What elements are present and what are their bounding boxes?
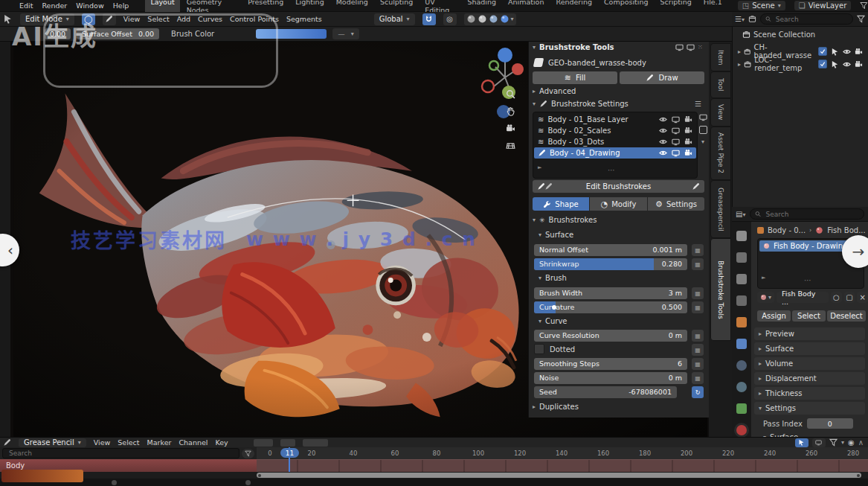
noise-slider[interactable]: Noise 0 m <box>534 372 687 384</box>
menu-edit[interactable]: Edit <box>19 1 33 10</box>
screen-icon[interactable] <box>672 115 680 124</box>
new-material-icon[interactable]: ▢ <box>844 292 855 303</box>
list-grip-icon[interactable]: ⋯ <box>804 276 811 284</box>
breadcrumb-object[interactable]: Body - 0... <box>768 226 806 234</box>
duplicates-panel-header[interactable]: ▸Duplicates <box>533 403 579 411</box>
constraints-tab-icon[interactable] <box>736 382 747 392</box>
funnel-icon[interactable] <box>857 15 865 23</box>
unlink-material-icon[interactable]: × <box>857 292 868 303</box>
tool-tab-icon[interactable] <box>736 231 747 241</box>
object-tab-icon[interactable] <box>736 317 747 327</box>
snap-keys-icon[interactable] <box>812 438 826 447</box>
display-mode-icon[interactable]: ☰▾ <box>735 15 745 23</box>
expand-icon[interactable]: ▸ <box>738 61 741 68</box>
brushstroke-settings-header[interactable]: ▾ Brushstroke Settings <box>533 100 629 108</box>
surface-subpanel-header[interactable]: ▾Surface <box>539 231 573 239</box>
render-visibility-icon[interactable] <box>855 60 863 68</box>
checkbox-icon[interactable] <box>820 48 826 54</box>
preview-panel-header[interactable]: ▸Preview <box>754 327 865 340</box>
eye-icon[interactable] <box>843 60 851 68</box>
decorator-icon[interactable]: ▦ <box>692 372 704 384</box>
camera-view-icon[interactable] <box>506 124 515 133</box>
layer-menu-chevron-icon[interactable]: ▾ <box>701 138 704 145</box>
randomize-seed-icon[interactable]: ↻ <box>692 386 704 398</box>
fake-user-icon[interactable]: ○ <box>831 292 842 303</box>
rendered-shading-icon[interactable] <box>500 14 509 24</box>
screen-icon[interactable] <box>672 138 680 146</box>
displacement-panel-header[interactable]: ▸Displacement <box>754 372 865 385</box>
screen-icon[interactable] <box>675 43 684 51</box>
channel-search-input[interactable] <box>7 449 234 458</box>
decorator-icon[interactable]: ▦ <box>692 358 704 370</box>
shrinkwrap-slider[interactable]: Shrinkwrap 0.280 <box>534 258 687 270</box>
falloff-icon[interactable]: ∧ <box>858 438 864 447</box>
disabled-button[interactable] <box>280 439 295 447</box>
brush-subpanel-header[interactable]: ▾Brush <box>539 274 567 282</box>
outliner-root-row[interactable]: Scene Collection <box>742 31 815 39</box>
menu-help[interactable]: Help <box>113 1 129 10</box>
camera-icon[interactable] <box>684 138 692 146</box>
expand-icon[interactable]: ▸ <box>738 48 741 55</box>
smoothing-steps-slider[interactable]: Smoothing Steps 6 <box>534 358 687 370</box>
timeline-ruler[interactable]: 0 20 40 60 80 100 120 140 160 180 200 22… <box>257 447 868 459</box>
current-frame-badge[interactable]: 11 <box>280 448 299 458</box>
timeline-mode-dropdown[interactable]: Grease Pencil▾ <box>19 438 86 447</box>
npanel-tab-asset-pipe[interactable]: Asset Pipe 2 <box>710 127 731 180</box>
material-shading-icon[interactable] <box>489 14 498 24</box>
selectable-icon[interactable] <box>831 60 839 68</box>
fill-button[interactable]: ≋Fill <box>533 71 617 84</box>
channel-filter-funnel-icon[interactable] <box>242 449 254 458</box>
material-name-field[interactable]: Fish Body ... <box>777 292 829 303</box>
filter-icon[interactable] <box>860 1 868 10</box>
normal-offset-slider[interactable]: Normal Offset 0.001 m <box>534 244 687 256</box>
scrollbar-thumb[interactable] <box>257 473 861 478</box>
perspective-grid-icon[interactable] <box>506 141 515 150</box>
view-layer-tab-icon[interactable] <box>736 295 747 306</box>
selectable-icon[interactable] <box>831 48 839 56</box>
camera-icon[interactable] <box>684 127 692 135</box>
layer-row[interactable]: ≋ Body - 01_Base Layer <box>534 114 696 125</box>
disabled-button[interactable] <box>303 439 328 447</box>
curve-subpanel-header[interactable]: ▾Curve <box>539 317 568 325</box>
editor-type-icon[interactable] <box>3 438 11 447</box>
timeline-menu-marker[interactable]: Marker <box>147 438 172 447</box>
draw-button[interactable]: Draw <box>620 71 704 84</box>
tab-shape[interactable]: Shape <box>533 197 589 211</box>
npanel-tab-brushstroke-tools[interactable]: Brushstroke Tools <box>710 238 731 341</box>
dotted-checkbox-row[interactable]: Dotted <box>534 344 575 354</box>
decorator-icon[interactable]: ▦ <box>692 244 704 256</box>
active-object-row[interactable]: GEO-banded_wrasse-body <box>534 58 646 67</box>
transform-orientation-dropdown[interactable]: Global▾ <box>374 13 415 25</box>
proportional-editing-toggle[interactable]: ◎ <box>443 13 457 25</box>
eye-icon[interactable] <box>659 149 667 157</box>
solid-shading-icon[interactable] <box>478 14 487 24</box>
outliner-search-input[interactable] <box>774 15 848 24</box>
decorator-icon[interactable]: ▦ <box>692 344 704 356</box>
render-tab-icon[interactable] <box>736 252 747 263</box>
browse-material-dropdown[interactable]: ▾ <box>757 292 774 303</box>
eye-icon[interactable] <box>659 138 667 146</box>
drag-dots-icon[interactable]: ⁙ <box>698 44 703 51</box>
eye-icon[interactable] <box>659 115 667 124</box>
layer-row[interactable]: ≋ Body - 03_Dots <box>534 136 696 147</box>
settings-panel-header[interactable]: ▾Settings <box>754 402 865 415</box>
deselect-button[interactable]: Deselect <box>827 310 866 322</box>
decorator-icon[interactable]: ▦ <box>692 301 704 313</box>
render-visibility-icon[interactable] <box>855 48 863 56</box>
keyframe-band[interactable] <box>257 459 868 473</box>
volume-panel-header[interactable]: ▸Volume <box>754 357 865 370</box>
new-layer-icon[interactable] <box>699 126 707 134</box>
data-tab-icon[interactable] <box>736 403 747 414</box>
menu-window[interactable]: Window <box>76 1 103 10</box>
list-grip-icon[interactable]: ⋯ <box>608 166 615 174</box>
snap-toggle[interactable] <box>422 13 436 25</box>
menu-segments[interactable]: Segments <box>286 15 322 23</box>
properties-editor-icon[interactable]: ▤▾ <box>736 210 745 218</box>
tab-modify[interactable]: ◔ Modify <box>590 197 647 211</box>
output-tab-icon[interactable] <box>736 274 747 284</box>
decorator-icon[interactable]: ▦ <box>692 330 704 342</box>
timeline-menu-key[interactable]: Key <box>215 438 228 447</box>
falloff-dropdown[interactable]: —▾ <box>332 28 359 39</box>
advanced-panel-header[interactable]: ▸Advanced <box>533 87 576 95</box>
horizontal-scrollbar[interactable] <box>0 472 868 479</box>
